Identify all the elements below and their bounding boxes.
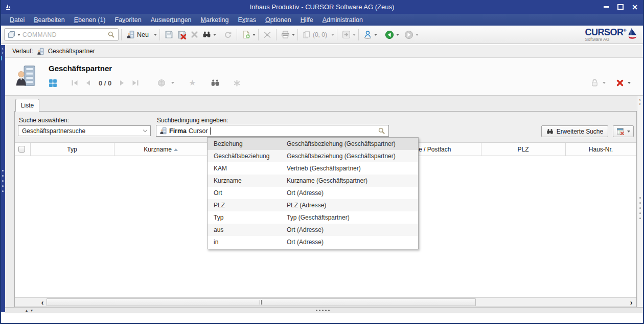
panel-toggle-icons[interactable]: ‹›: [639, 98, 641, 106]
toolbar-separator: [276, 29, 277, 40]
export-caret[interactable]: [353, 34, 356, 36]
column-plz[interactable]: PLZ: [481, 143, 565, 156]
record-counter: 0 / 0: [97, 79, 113, 87]
tab-liste[interactable]: Liste: [15, 99, 39, 112]
nav-next-icon: [118, 79, 126, 87]
column-kurzname[interactable]: Kurzname: [114, 143, 208, 156]
nav-first-icon: [71, 79, 79, 87]
business-partner-icon: [159, 127, 167, 135]
user-caret[interactable]: [374, 34, 377, 36]
filter-caret[interactable]: [627, 131, 630, 133]
menu-optionen[interactable]: Optionen: [261, 15, 296, 25]
neu-button[interactable]: Neu: [124, 29, 151, 40]
doc-stack-icon: [301, 30, 313, 40]
toolbar-separator: [121, 29, 122, 40]
select-all-checkbox[interactable]: [18, 146, 25, 153]
command-input[interactable]: [22, 31, 105, 38]
menu-marketing[interactable]: Marketing: [196, 15, 234, 25]
neu-label: Neu: [137, 31, 149, 38]
history-item-geschaeftspartner[interactable]: Geschäftspartner: [48, 48, 95, 55]
condition-text: Cursor: [189, 127, 208, 135]
print-icon[interactable]: [279, 29, 292, 40]
doc-stack-caret[interactable]: [331, 34, 334, 36]
search-icon[interactable]: [378, 127, 385, 135]
advanced-search-button[interactable]: Erweiterte Suche: [541, 125, 608, 137]
horizontal-splitter[interactable]: ▴▾: [5, 307, 643, 313]
autocomplete-item[interactable]: PLZPLZ (Adresse): [208, 199, 418, 211]
menu-favoriten[interactable]: Favoriten: [110, 15, 146, 25]
scroll-left-button[interactable]: ‹: [38, 298, 47, 307]
close-button[interactable]: ✕: [632, 4, 638, 11]
back-caret[interactable]: [396, 34, 399, 36]
print-caret[interactable]: [292, 34, 295, 36]
record-toolbar: 0 / 0 ★: [49, 78, 241, 88]
find-icon[interactable]: [200, 29, 213, 40]
drag-handle-dots[interactable]: [639, 197, 641, 219]
grid-icon[interactable]: [49, 79, 57, 88]
advanced-search-label: Erweiterte Suche: [557, 128, 603, 135]
menu-auswertungen[interactable]: Auswertungen: [146, 15, 196, 25]
lock-caret[interactable]: [603, 82, 606, 84]
autocomplete-item[interactable]: inOrt (Adresse): [208, 236, 418, 248]
panel-toggle-icons[interactable]: ‹›: [2, 47, 4, 55]
close-record-caret[interactable]: [628, 82, 631, 84]
menu-administration[interactable]: Administration: [318, 15, 367, 25]
title-bar: Inhaus Produktiv - CURSOR Software AG (Z…: [0, 0, 644, 14]
neu-caret[interactable]: [154, 34, 157, 36]
user-icon[interactable]: [361, 29, 374, 40]
autocomplete-item[interactable]: ausOrt (Adresse): [208, 224, 418, 236]
column-typ[interactable]: Typ: [30, 143, 114, 156]
autocomplete-dropdown: BeziehungGeschäftsbeziehung (Geschäftspa…: [207, 137, 419, 249]
favorite-icon: ★: [189, 79, 196, 87]
scrollbar-thumb[interactable]: [47, 298, 476, 306]
condition-field-chip: Firma: [169, 127, 187, 135]
menu-bearbeiten[interactable]: Bearbeiten: [29, 15, 69, 25]
splitter-arrows[interactable]: ▴▾: [26, 308, 36, 313]
search-select[interactable]: Geschäftspartnersuche: [18, 125, 151, 136]
toolbar-separator: [258, 29, 259, 40]
maximize-button[interactable]: [617, 4, 624, 10]
discard-icon[interactable]: [175, 29, 189, 40]
duplicate-search-icon[interactable]: [211, 78, 220, 88]
forward-caret[interactable]: [416, 34, 419, 36]
autocomplete-item[interactable]: GeschäftsbeziehungGeschäftsbeziehung (Ge…: [208, 150, 418, 162]
autocomplete-item[interactable]: OrtOrt (Adresse): [208, 187, 418, 199]
column-strasse-postfach[interactable]: e / Postfach: [419, 143, 481, 156]
menu-ebenen[interactable]: Ebenen (1): [70, 15, 110, 25]
column-haus-nr[interactable]: Haus-Nr.: [565, 143, 636, 156]
new-doc-icon[interactable]: [240, 29, 252, 40]
command-bar[interactable]: [4, 28, 119, 41]
minimize-button[interactable]: [604, 6, 609, 8]
delete-icon[interactable]: [189, 30, 200, 39]
tab-liste-label: Liste: [21, 102, 34, 109]
menu-hilfe[interactable]: Hilfe: [296, 15, 318, 25]
new-doc-caret[interactable]: [252, 34, 256, 36]
search-icon[interactable]: [107, 31, 115, 38]
scroll-right-button[interactable]: ›: [627, 298, 635, 307]
nav-prev-icon: [84, 79, 92, 87]
sailboat-icon: [5, 3, 12, 11]
tools-icon: [233, 79, 241, 87]
close-record-icon[interactable]: [616, 79, 624, 87]
workflow-caret[interactable]: [171, 82, 174, 84]
autocomplete-item[interactable]: KAMVertrieb (Geschäftspartner): [208, 162, 418, 175]
menu-datei[interactable]: Datei: [5, 15, 29, 25]
autocomplete-item[interactable]: TypTyp (Geschäftspartner): [208, 211, 418, 224]
horizontal-scrollbar[interactable]: ‹ ›: [15, 297, 636, 307]
search-condition-input[interactable]: Firma Cursor: [156, 125, 389, 137]
find-caret[interactable]: [213, 34, 216, 36]
drag-handle-dots[interactable]: [2, 170, 4, 192]
menu-extras[interactable]: Extras: [233, 15, 260, 25]
toolbar-separator: [237, 29, 237, 40]
splitter-grip-dots[interactable]: [316, 310, 330, 311]
back-icon[interactable]: [383, 29, 396, 40]
command-scope-caret[interactable]: [17, 34, 20, 36]
right-collapsed-panel[interactable]: ‹›: [637, 96, 642, 307]
condition-label: Suchbedingung eingeben:: [157, 117, 228, 124]
autocomplete-item[interactable]: BeziehungGeschäftsbeziehung (Geschäftspa…: [208, 138, 418, 150]
save-icon[interactable]: [163, 29, 175, 40]
filter-button[interactable]: [613, 125, 634, 137]
autocomplete-item[interactable]: KurznameKurzname (Geschäftspartner): [208, 175, 418, 187]
page-title: Geschäftspartner: [49, 64, 112, 73]
command-scope-icon[interactable]: [8, 31, 15, 38]
